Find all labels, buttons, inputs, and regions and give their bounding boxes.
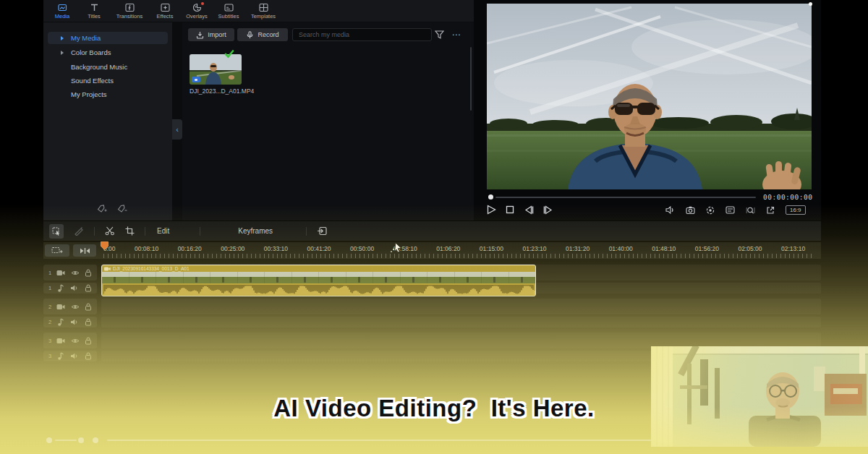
tab-label: Media	[55, 14, 69, 20]
import-button[interactable]: Import	[188, 28, 234, 41]
tab-media[interactable]: Media	[46, 0, 78, 22]
scrubber-handle[interactable]	[488, 194, 493, 200]
stop-button[interactable]	[506, 205, 514, 214]
ruler-label: 01:40:00	[609, 245, 633, 252]
lock-track-icon[interactable]	[85, 284, 92, 292]
toggle-mute-icon[interactable]	[70, 353, 79, 359]
ruler-label: 00:33:10	[264, 245, 288, 252]
filter-button[interactable]	[433, 28, 446, 41]
tab-templates[interactable]: Templates	[244, 0, 282, 22]
track-header: 1	[43, 265, 97, 280]
previous-frame-button[interactable]	[524, 205, 534, 215]
tab-subtitles[interactable]: Subtitles	[213, 0, 244, 22]
audio-track-icon	[57, 352, 64, 360]
timeline-zoom-out-button[interactable]	[46, 437, 52, 443]
remove-tag-icon[interactable]	[117, 205, 127, 213]
templates-icon	[259, 3, 268, 12]
close-gap-button[interactable]	[73, 244, 96, 257]
ruler-label: 01:56:20	[695, 245, 719, 252]
lock-track-icon[interactable]	[85, 352, 92, 360]
sidebar-item-label: Sound Effects	[71, 77, 114, 85]
keyframes-button[interactable]: Keyframes	[238, 227, 273, 235]
tab-transitions[interactable]: Transitions	[110, 0, 149, 22]
sidebar-item-background-music[interactable]: Background Music	[48, 61, 168, 73]
pen-tool-icon[interactable]	[74, 226, 84, 236]
timeline-zoom-slider[interactable]	[55, 440, 77, 441]
next-frame-button[interactable]	[543, 205, 553, 215]
preview-timecode: 00:00:00:00	[763, 193, 818, 201]
lock-track-icon[interactable]	[85, 269, 92, 277]
fullscreen-icon[interactable]	[766, 206, 775, 215]
toggle-mute-icon[interactable]	[70, 285, 79, 291]
effects-icon	[161, 3, 170, 12]
timeline-zoom-in-button[interactable]	[93, 437, 98, 443]
tab-label: Overlays	[186, 14, 208, 20]
timeline-clip[interactable]: DJI_20230916143334_0013_D_A01	[101, 265, 536, 296]
playhead-marker[interactable]	[101, 241, 109, 250]
select-tool-button[interactable]	[49, 224, 64, 239]
clip-video-icon	[104, 267, 111, 271]
select-range-button[interactable]	[45, 244, 69, 257]
volume-icon[interactable]	[665, 206, 675, 214]
scrubber-track[interactable]	[495, 197, 756, 198]
audio-track-icon	[57, 284, 64, 292]
split-scissors-icon[interactable]	[105, 226, 115, 236]
media-thumbnail[interactable]	[190, 54, 242, 85]
cursor-select-icon	[52, 227, 61, 236]
tab-titles[interactable]: Titles	[78, 0, 110, 22]
edit-button[interactable]: Edit	[157, 227, 169, 235]
record-button[interactable]: Record	[237, 28, 288, 41]
marquee-select-icon	[51, 247, 63, 254]
track-header: 2	[43, 317, 97, 327]
search-input[interactable]	[292, 28, 432, 41]
timeline-ruler[interactable]: 0:0000:08:1000:16:2000:25:0000:33:1000:4…	[43, 242, 821, 259]
aspect-ratio-badge[interactable]: 16:9	[786, 205, 806, 215]
tab-label: Effects	[157, 14, 174, 20]
media-scrollbar[interactable]	[470, 47, 472, 111]
crop-icon[interactable]	[125, 226, 135, 236]
tab-effects[interactable]: Effects	[149, 0, 181, 22]
transport-controls	[487, 205, 553, 215]
tab-overlays[interactable]: Overlays	[181, 0, 213, 22]
snapshot-icon[interactable]	[686, 206, 695, 214]
media-type-badge	[192, 77, 200, 82]
track-row: 2	[43, 299, 821, 314]
track-row: 2	[43, 317, 821, 327]
render-quality-icon[interactable]	[706, 206, 715, 215]
sidebar-item-label: My Media	[71, 34, 101, 42]
track-lane[interactable]	[101, 299, 821, 314]
ruler-label: 00:25:00	[221, 245, 244, 252]
tab-label: Transitions	[116, 14, 142, 20]
sidebar-item-my-media[interactable]: My Media	[48, 32, 168, 44]
tab-label: Subtitles	[218, 14, 239, 20]
ruler-label: 00:58:10	[393, 245, 417, 252]
ruler-label: 00:41:20	[307, 245, 331, 252]
track-lane[interactable]	[101, 317, 821, 327]
sidebar-item-label: Background Music	[71, 63, 127, 71]
lock-track-icon[interactable]	[85, 303, 92, 311]
resize-handle[interactable]	[809, 2, 812, 6]
toggle-visibility-icon[interactable]	[71, 270, 80, 276]
toggle-visibility-icon[interactable]	[71, 338, 80, 344]
chevron-left-icon: ‹	[176, 125, 179, 134]
toggle-mute-icon[interactable]	[70, 319, 79, 325]
ruler-label: 01:06:20	[436, 245, 460, 252]
lock-track-icon[interactable]	[85, 318, 92, 326]
toggle-visibility-icon[interactable]	[71, 304, 80, 310]
properties-icon[interactable]	[726, 206, 735, 214]
added-check-icon	[224, 50, 234, 59]
more-options-button[interactable]: ⋯	[450, 28, 463, 41]
timeline-zoom-handle[interactable]	[78, 437, 84, 443]
lock-track-icon[interactable]	[85, 337, 92, 345]
close-gap-icon	[80, 247, 90, 254]
sidebar-item-my-projects[interactable]: My Projects	[48, 88, 168, 100]
collapse-sidebar-button[interactable]: ‹	[172, 119, 182, 140]
zoom-fit-icon[interactable]	[746, 206, 755, 215]
add-tag-icon[interactable]	[97, 205, 107, 213]
sidebar-item-sound-effects[interactable]: Sound Effects	[48, 74, 168, 87]
insert-icon[interactable]	[317, 226, 327, 236]
ruler-label: 00:50:00	[350, 245, 374, 252]
ruler-label: 01:15:00	[480, 245, 503, 252]
play-button[interactable]	[487, 205, 496, 215]
sidebar-item-color-boards[interactable]: Color Boards	[48, 46, 168, 59]
